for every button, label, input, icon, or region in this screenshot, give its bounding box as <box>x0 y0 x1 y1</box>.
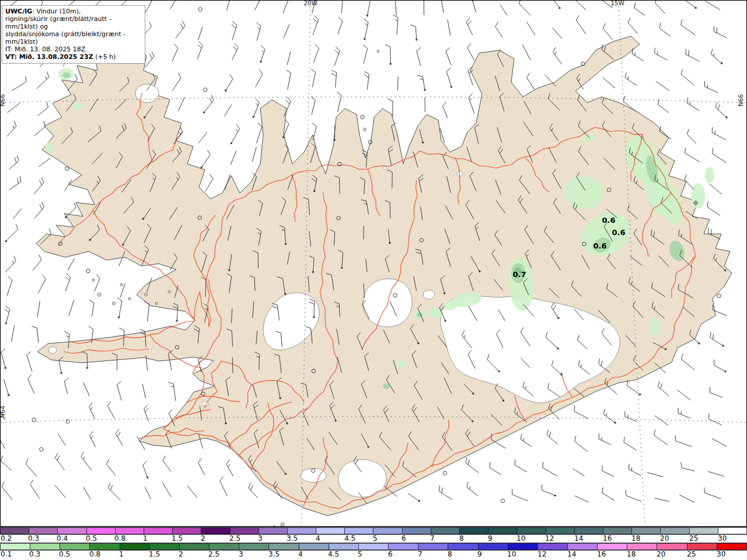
rain-colorbar-tick-label: 6 <box>402 534 406 542</box>
precip-patch <box>45 142 53 152</box>
rain-colorbar-segment <box>230 527 259 534</box>
glacier <box>423 290 435 299</box>
island <box>92 279 95 281</box>
station-dot <box>5 240 7 242</box>
graticule-label: 20W <box>303 0 317 6</box>
graticule-label: N66 <box>737 94 744 107</box>
sleet-colorbar-segment <box>388 543 418 550</box>
station-dot <box>231 142 232 144</box>
station-dot <box>444 320 446 321</box>
station-dot <box>285 243 287 244</box>
station-dot <box>560 373 562 375</box>
rain-colorbar-labels: 0.20.30.40.50.811.522.533.544.5567891012… <box>0 535 747 542</box>
precip-value-label: 0.6 <box>602 216 615 225</box>
sleet-colorbar-segment <box>89 543 120 550</box>
sleet-colorbar-tick-label: 7 <box>418 550 423 558</box>
sleet-snow-colorbar <box>0 542 747 551</box>
wind-barb-icon <box>334 125 335 141</box>
rain-colorbar-tick-label: 0.3 <box>28 534 39 542</box>
island <box>128 298 131 300</box>
rain-colorbar-tick-label: 0.8 <box>114 534 125 542</box>
sleet-colorbar-tick-label: 10 <box>507 550 516 558</box>
info-line-title: UWC/IG: Vindur (10m), <box>5 8 142 15</box>
station-dot <box>724 270 726 271</box>
rain-colorbar-segment <box>57 527 86 534</box>
station-dot <box>498 370 500 372</box>
station-dot <box>313 190 315 192</box>
sleet-colorbar-tick-label: 2 <box>179 550 183 558</box>
rain-colorbar-segment <box>574 527 603 534</box>
station-dot <box>5 367 6 369</box>
rain-colorbar-segment <box>631 527 661 534</box>
sleet-colorbar-tick-label: 0.1 <box>1 550 12 558</box>
glacier <box>301 468 326 482</box>
sleet-snow-colorbar-labels: 0.10.30.50.811.522.533.544.5567891012141… <box>0 551 747 558</box>
rain-colorbar <box>0 527 747 535</box>
station-dot <box>146 477 148 478</box>
station-dot <box>665 348 666 350</box>
station-dot <box>557 317 559 319</box>
rain-colorbar-tick-label: 12 <box>545 534 554 542</box>
station-dot <box>698 342 700 344</box>
rain-colorbar-tick-label: 2.5 <box>229 534 240 542</box>
rain-colorbar-segment <box>287 527 316 534</box>
island <box>145 293 148 296</box>
rain-colorbar-segment <box>689 527 718 534</box>
station-dot <box>444 292 445 294</box>
station-dot <box>122 244 124 246</box>
wind-barb-icon <box>397 77 398 90</box>
sleet-colorbar-tick-label: 9 <box>477 550 482 558</box>
rain-colorbar-segment <box>172 527 201 534</box>
station-dot <box>142 218 144 220</box>
island <box>97 293 101 296</box>
station-dot <box>86 367 88 369</box>
rain-colorbar-tick-label: 0.5 <box>86 534 97 542</box>
station-dot <box>341 267 343 268</box>
rain-colorbar-segment <box>402 527 431 534</box>
sleet-colorbar-segment <box>597 543 627 550</box>
precip-patch <box>397 360 406 368</box>
station-dot <box>5 322 7 324</box>
island <box>113 302 116 305</box>
station-dot <box>451 86 452 88</box>
sleet-colorbar-tick-label: 0.8 <box>89 550 100 558</box>
station-dot <box>472 393 474 394</box>
vt-time-rest: (+5 h) <box>93 53 116 61</box>
rain-colorbar-tick-label: 7 <box>430 534 435 542</box>
station-dot <box>253 116 254 117</box>
precip-patch <box>383 383 390 389</box>
sleet-colorbar-segment <box>717 543 747 550</box>
station-dot <box>225 90 226 92</box>
station-dot <box>390 63 392 65</box>
sleet-colorbar-tick-label: 4.5 <box>328 550 339 558</box>
station-dot <box>260 61 261 62</box>
sleet-colorbar-tick-label: 12 <box>537 550 546 558</box>
island <box>364 128 366 131</box>
rain-colorbar-segment <box>546 527 575 534</box>
station-dot <box>502 400 504 401</box>
sleet-colorbar-segment <box>60 543 90 550</box>
precip-patch <box>428 307 443 318</box>
map-info-box: UWC/IG: Vindur (10m), rigning/skúrir (gr… <box>2 5 145 64</box>
rain-colorbar-segment <box>259 527 288 534</box>
sleet-colorbar-segment <box>537 543 568 550</box>
sleet-colorbar-tick-label: 30 <box>717 550 725 558</box>
station-dot <box>694 7 696 9</box>
sleet-colorbar-segment <box>418 543 448 550</box>
station-dot <box>118 316 120 318</box>
station-dot <box>424 89 425 91</box>
station-dot <box>334 139 336 141</box>
station-dot <box>284 293 286 295</box>
precip-patch <box>650 317 660 336</box>
rain-colorbar-tick-label: 5 <box>373 534 378 542</box>
station-dot <box>312 271 314 273</box>
vt-time-bold: VT: Mið. 13.08.2025 23Z <box>5 53 93 61</box>
rain-colorbar-segment <box>718 527 747 534</box>
station-dot <box>557 348 558 349</box>
rain-colorbar-tick-label: 4 <box>316 534 320 542</box>
sleet-colorbar-tick-label: 1 <box>119 550 124 558</box>
rain-colorbar-segment <box>29 527 58 534</box>
rain-colorbar-tick-label: 10 <box>516 534 525 542</box>
sleet-colorbar-tick-label: 20 <box>657 550 665 558</box>
rain-colorbar-tick-label: 3.5 <box>287 534 298 542</box>
